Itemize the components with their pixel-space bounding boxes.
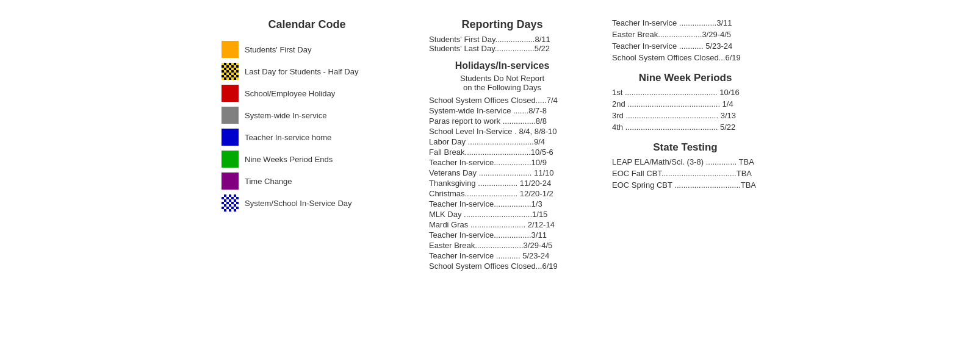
legend-swatch-system-school-inservice — [222, 194, 239, 212]
holiday-item: Easter Break......................3/29-4… — [429, 241, 575, 250]
state-testing-title: State Testing — [612, 141, 758, 154]
holiday-item: Fall Break..............................… — [429, 148, 575, 157]
state-testing-item: EOC Fall CBT............................… — [612, 169, 758, 178]
legend-label-time-change: Time Change — [245, 177, 292, 186]
legend-item-time-change: Time Change — [222, 173, 392, 190]
legend-item-teacher-inservice-home: Teacher In-service home — [222, 129, 392, 146]
legend-item-system-inservice: System-wide In-service — [222, 107, 392, 124]
legend-swatch-students-first-day — [222, 41, 239, 58]
nine-weeks-item: 1st ....................................… — [612, 88, 758, 97]
right-top-list: Teacher In-service .................3/11… — [612, 18, 758, 62]
calendar-code-title: Calendar Code — [222, 18, 392, 31]
legend-label-system-inservice: System-wide In-service — [245, 111, 326, 120]
reporting-days-title: Reporting Days — [429, 18, 575, 31]
right-top-item: Easter Break....................3/29-4/5 — [612, 30, 758, 39]
holiday-item: Veterans Day ........................ 11… — [429, 168, 575, 177]
nine-weeks-item: 3rd ....................................… — [612, 111, 758, 120]
legend-swatch-last-day-half — [222, 63, 239, 80]
holiday-item: Teacher In-service.................1/3 — [429, 199, 575, 208]
legend-item-last-day-half: Last Day for Students - Half Day — [222, 63, 392, 80]
nine-weeks-item: 4th ....................................… — [612, 123, 758, 132]
holidays-title: Holidays/In-services — [429, 60, 575, 71]
legend-label-nine-weeks: Nine Weeks Period Ends — [245, 155, 333, 164]
holiday-item: Labor Day ..............................… — [429, 137, 575, 146]
holiday-item: Christmas........................ 12/20-… — [429, 189, 575, 198]
legend-list: Students' First DayLast Day for Students… — [222, 41, 392, 212]
legend-item-nine-weeks: Nine Weeks Period Ends — [222, 151, 392, 168]
legend-label-teacher-inservice-home: Teacher In-service home — [245, 133, 331, 142]
state-testing-item: LEAP ELA/Math/Sci. (3-8) .............. … — [612, 157, 758, 166]
holiday-item: Paras report to work ...............8/8 — [429, 116, 575, 126]
nine-weeks-section: Nine Week Periods 1st ..................… — [612, 72, 758, 132]
right-top-item: School System Offices Closed...6/19 — [612, 53, 758, 62]
legend-label-school-holiday: School/Employee Holiday — [245, 89, 335, 98]
legend-swatch-nine-weeks — [222, 151, 239, 168]
holidays-subtitle2: on the Following Days — [429, 83, 575, 92]
holidays-subtitle1: Students Do Not Report — [429, 74, 575, 83]
right-top-item: Teacher In-service ........... 5/23-24 — [612, 41, 758, 51]
holiday-item: Teacher In-service ........... 5/23-24 — [429, 251, 575, 260]
legend-item-school-holiday: School/Employee Holiday — [222, 85, 392, 102]
nine-weeks-title: Nine Week Periods — [612, 72, 758, 84]
legend-swatch-school-holiday — [222, 85, 239, 102]
holiday-item: School System Offices Closed...6/19 — [429, 262, 575, 271]
holiday-item: School Level In-Service . 8/4, 8/8-10 — [429, 127, 575, 136]
legend-item-system-school-inservice: System/School In-Service Day — [222, 194, 392, 212]
holiday-item: Teacher In-service.................10/9 — [429, 158, 575, 167]
right-section: Teacher In-service .................3/11… — [612, 18, 758, 272]
legend-swatch-system-inservice — [222, 107, 239, 124]
calendar-code-section: Calendar Code Students' First DayLast Da… — [222, 18, 392, 272]
holiday-item: Teacher In-service.................3/11 — [429, 230, 575, 240]
nine-weeks-item: 2nd ....................................… — [612, 99, 758, 109]
page-container: Calendar Code Students' First DayLast Da… — [0, 0, 980, 290]
holiday-item: System-wide In-service .......8/7-8 — [429, 106, 575, 115]
holiday-item: Mardi Gras ......................... 2/1… — [429, 220, 575, 229]
holiday-item: School System Offices Closed.....7/4 — [429, 96, 575, 105]
reporting-item: Students' First Day..................8/1… — [429, 35, 575, 44]
state-testing-item: EOC Spring CBT .........................… — [612, 180, 758, 190]
legend-swatch-teacher-inservice-home — [222, 129, 239, 146]
legend-swatch-time-change — [222, 173, 239, 190]
holiday-item: Thanksgiving .................. 11/20-24 — [429, 179, 575, 188]
legend-label-students-first-day: Students' First Day — [245, 45, 311, 54]
reporting-days-section: Reporting Days Students' First Day......… — [429, 18, 575, 272]
legend-label-system-school-inservice: System/School In-Service Day — [245, 199, 352, 208]
legend-item-students-first-day: Students' First Day — [222, 41, 392, 58]
right-top-item: Teacher In-service .................3/11 — [612, 18, 758, 27]
state-testing-section: State Testing LEAP ELA/Math/Sci. (3-8) .… — [612, 141, 758, 190]
reporting-item: Students' Last Day..................5/22 — [429, 44, 575, 53]
holiday-item: MLK Day ...............................1… — [429, 210, 575, 219]
legend-label-last-day-half: Last Day for Students - Half Day — [245, 67, 358, 76]
holidays-section: Holidays/In-services Students Do Not Rep… — [429, 60, 575, 271]
